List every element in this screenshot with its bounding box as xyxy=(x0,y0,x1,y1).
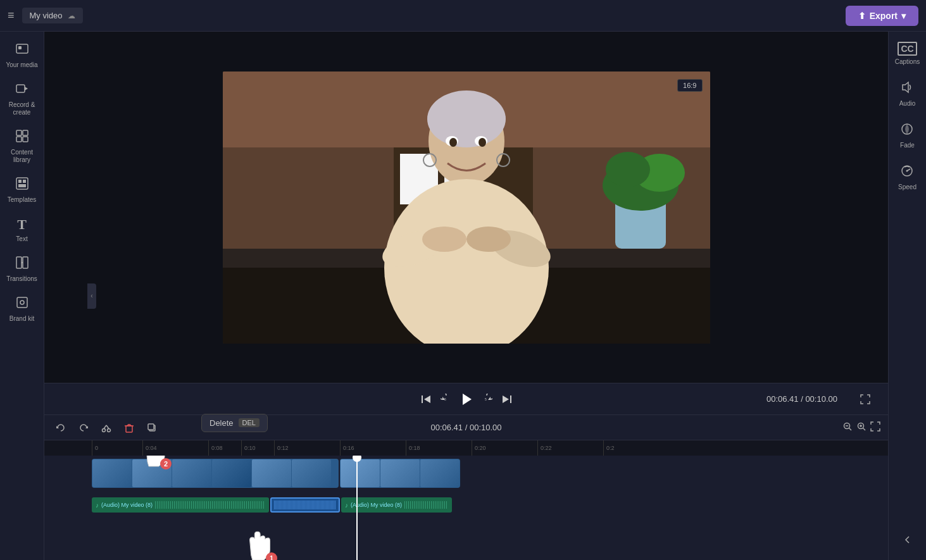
svg-line-68 xyxy=(849,428,852,430)
audio-label-3: (Audio) My video (8) xyxy=(351,502,402,508)
svg-rect-9 xyxy=(18,180,22,183)
time-total: 00:10.00 xyxy=(805,394,837,404)
audio-icon-1: ♪ xyxy=(96,502,99,509)
right-panel-audio[interactable]: Audio xyxy=(897,75,918,112)
sidebar-item-text[interactable]: T Text xyxy=(0,211,44,248)
svg-line-71 xyxy=(863,428,866,430)
svg-rect-11 xyxy=(18,184,26,187)
svg-rect-66 xyxy=(148,424,154,430)
undo-button[interactable] xyxy=(52,419,70,437)
speed-icon xyxy=(900,164,914,181)
svg-point-28 xyxy=(427,90,506,147)
sidebar-collapse-handle[interactable]: ‹ xyxy=(87,283,96,309)
svg-point-33 xyxy=(422,227,466,252)
skip-end-button[interactable] xyxy=(497,389,517,409)
captions-icon: CC xyxy=(898,42,917,56)
skip-start-button[interactable] xyxy=(416,389,436,409)
svg-rect-13 xyxy=(23,257,28,268)
fullscreen-button[interactable] xyxy=(855,389,875,409)
right-panel-fade[interactable]: Fade xyxy=(898,117,917,154)
audio-clip-2-selected[interactable] xyxy=(270,497,340,513)
timeline-area: Delete DEL 00:06.41 / 00:10.00 xyxy=(44,414,888,560)
sidebar-item-templates[interactable]: Templates xyxy=(0,171,44,209)
ruler-mark: 0:20 xyxy=(472,440,537,456)
svg-point-34 xyxy=(466,227,511,252)
svg-point-38 xyxy=(479,138,486,147)
right-panel-speed[interactable]: Speed xyxy=(896,159,919,196)
video-track xyxy=(44,456,888,491)
project-title-bar[interactable]: My video ☁ xyxy=(22,8,83,23)
export-upload-icon: ⬆ xyxy=(858,11,866,21)
svg-rect-45 xyxy=(422,395,423,403)
svg-rect-6 xyxy=(16,137,22,142)
zoom-in-button[interactable] xyxy=(856,421,867,434)
sidebar-item-record-create[interactable]: Record &create xyxy=(0,77,44,121)
svg-rect-5 xyxy=(23,130,28,135)
svg-rect-10 xyxy=(23,180,26,183)
cut-button[interactable] xyxy=(97,419,115,437)
sidebar-item-content-library[interactable]: Contentlibrary xyxy=(0,124,44,169)
redo-button[interactable] xyxy=(75,419,92,437)
svg-line-59 xyxy=(106,425,109,429)
audio-waveform-3 xyxy=(404,501,448,509)
delete-button[interactable]: Delete DEL xyxy=(120,419,138,437)
play-button[interactable] xyxy=(456,389,477,409)
audio-waveform-1 xyxy=(155,501,265,509)
svg-rect-0 xyxy=(16,44,28,53)
fade-label: Fade xyxy=(900,142,915,149)
transitions-icon xyxy=(15,256,29,273)
time-current: 00:06.41 xyxy=(766,394,799,404)
zoom-out-button[interactable] xyxy=(842,421,853,434)
timeline-ruler: 0 0:04 0:08 0:10 0:12 0:16 0:18 0:20 0:2… xyxy=(44,440,888,456)
right-panel-collapse[interactable] xyxy=(903,535,913,555)
topbar: ≡ My video ☁ ⬆ Export ▾ xyxy=(0,0,926,32)
ruler-mark: 0:16 xyxy=(340,440,406,456)
ruler-mark: 0:04 xyxy=(142,440,208,456)
svg-rect-15 xyxy=(17,297,27,308)
sidebar-item-brand-kit[interactable]: Brand kit xyxy=(0,290,44,328)
audio-icon-3: ♪ xyxy=(345,502,348,509)
svg-rect-4 xyxy=(16,130,22,135)
svg-point-16 xyxy=(20,301,24,304)
video-clip-1[interactable] xyxy=(92,459,339,488)
rewind-5s-button[interactable]: 5 xyxy=(436,389,456,409)
center-area: ‹ xyxy=(44,32,888,560)
audio-icon xyxy=(900,80,914,97)
export-button[interactable]: ⬆ Export ▾ xyxy=(846,6,918,26)
video-track-content[interactable] xyxy=(92,458,888,488)
svg-text:5: 5 xyxy=(485,397,487,401)
audio-waveform-selected xyxy=(274,501,336,509)
content-library-icon xyxy=(15,129,29,146)
ruler-mark: 0:10 xyxy=(241,440,274,456)
svg-marker-46 xyxy=(424,395,430,403)
right-panel-captions[interactable]: CC Captions xyxy=(892,37,922,70)
audio-clip-1[interactable]: ♪ (Audio) My video (8) xyxy=(92,497,269,513)
export-arrow-icon: ▾ xyxy=(901,11,906,21)
svg-rect-7 xyxy=(23,137,28,142)
duplicate-button[interactable] xyxy=(143,419,161,437)
left-sidebar: Your media Record &create Contentlibrary… xyxy=(0,32,44,560)
svg-rect-52 xyxy=(510,395,511,403)
svg-rect-1 xyxy=(18,46,22,49)
timeline-tracks: ♪ (Audio) My video (8) ♪ (Audio) My vide… xyxy=(44,456,888,560)
menu-icon[interactable]: ≡ xyxy=(8,9,15,22)
sidebar-item-transitions[interactable]: Transitions xyxy=(0,251,44,288)
ruler-mark: 0:2 xyxy=(603,440,669,456)
audio-clip-3[interactable]: ♪ (Audio) My video (8) xyxy=(341,497,452,513)
forward-5s-button[interactable]: 5 xyxy=(477,389,497,409)
svg-marker-53 xyxy=(503,395,509,403)
cursor-badge-1: 1 xyxy=(266,552,277,560)
video-clip-2[interactable] xyxy=(340,459,460,488)
sidebar-item-your-media[interactable]: Your media xyxy=(0,37,44,74)
timeline-toolbar: Delete DEL 00:06.41 / 00:10.00 xyxy=(44,415,888,440)
svg-marker-3 xyxy=(25,87,28,90)
timeline-playhead[interactable] xyxy=(356,456,358,560)
text-icon: T xyxy=(17,216,27,233)
video-preview: 16:9 xyxy=(223,72,710,344)
sidebar-item-transitions-label: Transitions xyxy=(6,275,37,283)
sidebar-item-text-label: Text xyxy=(16,235,27,243)
project-title: My video xyxy=(30,11,63,20)
fit-view-button[interactable] xyxy=(870,421,880,434)
record-create-icon xyxy=(15,82,29,99)
playback-controls: 5 5 00:06.41 / 00:10.00 xyxy=(44,383,888,414)
